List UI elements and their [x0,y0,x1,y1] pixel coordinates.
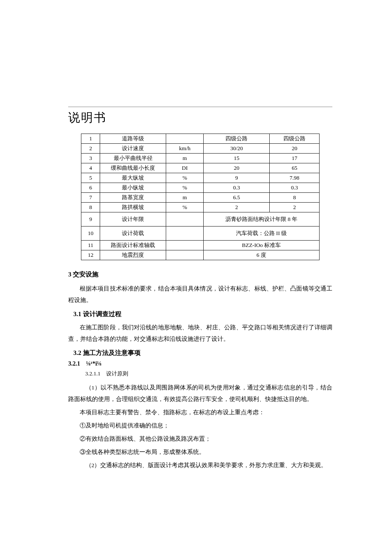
cell-unit: % [166,183,203,193]
cell-v1: 6.5 [203,193,270,203]
principle-li-1: ①及时地给司机提供准确的信息； [68,420,332,431]
table-row: 7路基宽度m6.58 [81,193,320,203]
cell-v1: 2 [203,203,270,212]
table-row: 9设计年限沥青砂路面结构设计年限 8 年 [81,212,320,227]
cell-idx: 11 [81,241,100,250]
cell-merged: 汽车荷载：公路 II 级 [203,227,319,241]
cell-idx: 7 [81,193,100,203]
cell-v2: 65 [270,163,320,173]
cell-v2: 0.3 [270,183,320,193]
section-3-1-title: 3.1 设计调查过程 [73,310,332,318]
cell-unit [166,250,203,260]
cell-item: 缓和曲线最小长度 [100,163,166,173]
section-3-para: 根据本项目技术标准的要求，结合本项目具体情况，设计有标志、标线、护栏、凸面镜等交… [68,283,332,306]
cell-merged: BZZ-IOo 标准车 [203,241,319,250]
principle-li-3: ③全线各种类型标志统一布局，形成整体系统。 [68,446,332,458]
table-row: 6最小纵坡%0.30.3 [81,183,320,193]
section-3-2-title: 3.2 施工方法及注意事项 [73,349,332,357]
cell-merged: 6 度 [203,250,319,260]
cell-unit: % [166,173,203,183]
table-row: 2设计速度km/h30/2020 [81,144,320,154]
cell-idx: 4 [81,163,100,173]
cell-item: 设计年限 [100,212,166,227]
cell-unit: km/h [166,144,203,154]
section-3-title: 3 交安设施 [68,270,332,279]
principle-1: （1）以不熟悉本路线以及周围路网体系的司机为使用对象，通过交通标志信息的引导，结… [68,382,332,405]
cell-unit [166,241,203,250]
cell-item: 路面设计标准轴载 [100,241,166,250]
cell-idx: 3 [81,154,100,163]
section-3-1-para: 在施工图阶段，我们对沿线的地形地貌、地块、村庄、公路、平交路口等相关情况进行了详… [68,322,332,345]
table-row: 8路拱横坡%22 [81,203,320,212]
document-page: 说明书 1道路等级四级公路四级公路2设计速度km/h30/20203最小平曲线半… [0,0,392,498]
table-row: 11路面设计标准轴载BZZ-IOo 标准车 [81,241,320,250]
table-row: 10设计荷载汽车荷载：公路 II 级 [81,227,320,241]
table-row: 1道路等级四级公路四级公路 [81,134,320,144]
cell-v2: 7.98 [270,173,320,183]
cell-idx: 12 [81,250,100,260]
cell-v2: 20 [270,144,320,154]
cell-idx: 10 [81,227,100,241]
spec-table: 1道路等级四级公路四级公路2设计速度km/h30/20203最小平曲线半径m15… [81,134,320,260]
cell-v2: 四级公路 [270,134,320,144]
section-3-2-1-1-title: 3.2.1.1 设计原则 [85,370,332,378]
cell-idx: 8 [81,203,100,212]
cell-item: 路拱横坡 [100,203,166,212]
cell-unit: DI [166,163,203,173]
cell-v1: 四级公路 [203,134,270,144]
cell-item: 最大纵坡 [100,173,166,183]
section-3-2-1-title: 3.2.1 ⅛¹*i⅛ [68,360,332,367]
cell-unit [166,134,203,144]
cell-v1: 0.3 [203,183,270,193]
cell-idx: 1 [81,134,100,144]
cell-item: 最小纵坡 [100,183,166,193]
cell-item: 地震烈度 [100,250,166,260]
cell-v2: 8 [270,193,320,203]
cell-idx: 2 [81,144,100,154]
cell-v2: 2 [270,203,320,212]
cell-v1: 20 [203,163,270,173]
cell-idx: 9 [81,212,100,227]
cell-item: 路基宽度 [100,193,166,203]
cell-v1: 9 [203,173,270,183]
cell-unit: % [166,203,203,212]
cell-item: 最小平曲线半径 [100,154,166,163]
cell-unit: m [166,193,203,203]
cell-item: 设计速度 [100,144,166,154]
table-row: 5最大纵坡%97.98 [81,173,320,183]
cell-v1: 15 [203,154,270,163]
principle-intro: 本项目标志主要有警告、禁令、指路标志，在标志的布设上重点考虑： [68,407,332,418]
cell-item: 设计荷载 [100,227,166,241]
table-row: 4缓和曲线最小长度DI2065 [81,163,320,173]
top-rule [68,107,332,107]
cell-merged: 沥青砂路面结构设计年限 8 年 [203,212,319,227]
cell-item: 道路等级 [100,134,166,144]
principle-2: （2）交通标志的结构、版面设计考虑其视认效果和美学要求，外形力求庄重、大方和美观… [68,459,332,471]
page-title: 说明书 [68,110,332,126]
principle-li-2: ②有效结合路面标线、其他公路设施及路况布置； [68,433,332,445]
cell-unit: m [166,154,203,163]
cell-v2: 17 [270,154,320,163]
table-row: 12地震烈度6 度 [81,250,320,260]
cell-v1: 30/20 [203,144,270,154]
cell-idx: 5 [81,173,100,183]
cell-unit [166,227,203,241]
cell-unit [166,212,203,227]
table-row: 3最小平曲线半径m1517 [81,154,320,163]
cell-idx: 6 [81,183,100,193]
